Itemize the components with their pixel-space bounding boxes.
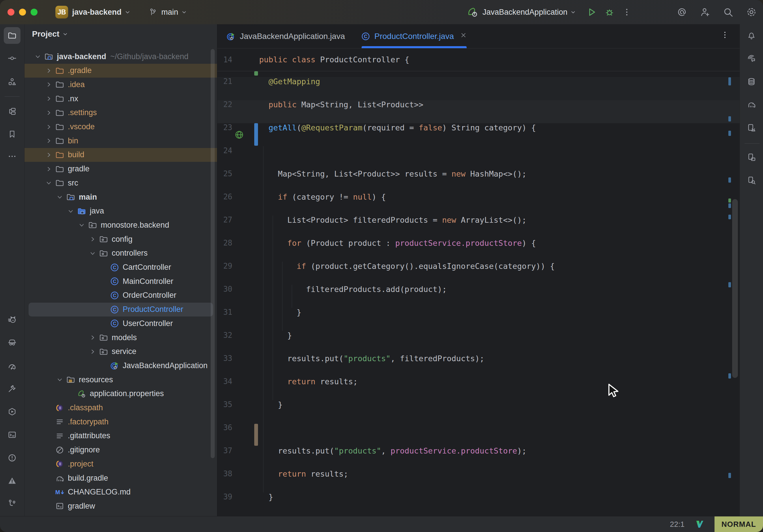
chevron-right-icon[interactable] [44,164,54,174]
error-stripe-mark[interactable] [728,282,731,287]
minimize-window-button[interactable] [19,9,26,16]
tree-item-usercontroller[interactable]: CUserController [25,316,217,330]
chevron-down-icon[interactable] [44,178,54,188]
tree-item--gitignore[interactable]: .gitignore [25,443,217,457]
code-line-25[interactable]: 25 Map<String, List<Product>> results = … [217,169,740,192]
ai-assistant-icon[interactable] [743,50,760,67]
chevron-right-icon[interactable] [44,65,54,76]
problems-icon[interactable] [4,450,21,466]
code-line-30[interactable]: 30 filteredProducts.add(product); [217,285,740,308]
chevron-right-icon[interactable] [44,93,54,104]
code-line-33[interactable]: 33 results.put("products", filteredProdu… [217,354,740,377]
code-line-35[interactable]: 35 } [217,400,740,423]
tree-item-application-properties[interactable]: application.properties [25,387,217,401]
run-configuration-widget[interactable]: JavaBackendApplication [467,6,631,18]
tree-item-build[interactable]: build [25,148,217,162]
tree-item-cartcontroller[interactable]: CCartController [25,261,217,274]
code-line-27[interactable]: 27 List<Product> filteredProducts = new … [217,216,740,239]
close-window-button[interactable] [8,9,14,16]
code-line-32[interactable]: 32 } [217,331,740,354]
code-line-38[interactable]: 38 return results; [217,470,740,492]
chevron-right-icon[interactable] [44,108,54,118]
tree-item-config[interactable]: config [25,232,217,246]
chevron-right-icon[interactable] [44,79,54,90]
running-devices-icon[interactable] [743,149,760,165]
code-line-34[interactable]: 34 return results; [217,377,740,400]
tree-item-resources[interactable]: resources [25,373,217,386]
code-line-29[interactable]: 29 if (product.getCategory().equalsIgnor… [217,262,740,285]
tree-item--settings[interactable]: .settings [25,106,217,120]
debug-button[interactable] [604,7,615,17]
run-button[interactable] [587,7,597,17]
editor-scrollbar[interactable] [732,199,738,378]
tree-item--nx[interactable]: .nx [25,92,217,106]
search-everywhere-icon[interactable] [722,7,733,18]
tree-item-service[interactable]: service [25,345,217,359]
tree-item-maincontroller[interactable]: CMainController [25,274,217,288]
more-actions-icon[interactable] [622,8,631,17]
tree-item-changelog-md[interactable]: MCHANGELOG.md [25,485,217,499]
tree-item-src[interactable]: src [25,176,217,190]
chevron-right-icon[interactable] [87,234,98,244]
tree-item-productcontroller[interactable]: CProductController [25,303,217,316]
error-stripe-mark[interactable] [728,77,731,85]
error-stripe-mark[interactable] [728,116,731,122]
ideavim-icon[interactable] [695,519,705,529]
chevron-down-icon[interactable] [65,206,76,216]
gutter-change-marker[interactable] [254,123,258,146]
tree-item--gradle[interactable]: .gradle [25,64,217,78]
hierarchy-icon[interactable] [4,103,21,120]
structure-icon[interactable] [4,73,21,90]
chevron-right-icon[interactable] [87,332,98,343]
tree-item-bin[interactable]: bin [25,134,217,148]
tree-item-main[interactable]: main [25,190,217,204]
code-line-37[interactable]: 37 results.put("products", productServic… [217,446,740,470]
chevron-down-icon[interactable] [87,248,98,259]
terminal-icon[interactable] [4,426,21,443]
gradle-icon[interactable] [743,96,760,113]
incognito-icon[interactable] [4,334,21,351]
code-line-26[interactable]: 26 if (category != null) { [217,192,740,216]
project-tree-scrollbar[interactable] [211,49,215,458]
tree-item--project[interactable]: .project [25,457,217,471]
chevron-right-icon[interactable] [44,150,54,160]
code-with-me-icon[interactable] [700,7,710,18]
error-stripe-mark[interactable] [728,373,731,378]
project-widget[interactable]: java-backend [68,8,131,17]
vcs-branch-widget[interactable]: main [148,8,187,17]
tree-item--classpath[interactable]: .classpath [25,401,217,415]
chevron-down-icon[interactable] [54,374,65,385]
tree-item--idea[interactable]: .idea [25,78,217,91]
sticky-class-declaration[interactable]: 14public class ProductController { [217,49,740,71]
code-line-24[interactable]: 24 [217,146,740,169]
bookmarks-icon[interactable] [4,126,21,143]
build-hammer-icon[interactable] [4,380,21,397]
error-stripe-mark[interactable] [728,177,731,183]
error-stripe-mark[interactable] [728,131,731,136]
vim-mode-badge[interactable]: NORMAL [714,516,763,532]
maximize-window-button[interactable] [31,9,38,16]
gutter-change-marker[interactable] [254,424,258,446]
chevron-right-icon[interactable] [44,136,54,146]
editor-options-kebab-icon[interactable] [720,31,729,41]
notifications-bell-icon[interactable] [743,27,760,44]
code-line-39[interactable]: 39 } [217,492,740,516]
error-stripe-mark[interactable] [728,473,731,478]
services-icon[interactable] [4,403,21,420]
device-manager-icon[interactable] [743,119,760,136]
ai-cat-icon[interactable] [4,311,21,328]
tree-item-build-gradle[interactable]: build.gradle [25,471,217,485]
database-icon[interactable] [743,73,760,90]
device-explorer-icon[interactable] [743,172,760,189]
settings-gear-icon[interactable] [746,6,757,18]
chevron-right-icon[interactable] [44,122,54,132]
error-stripe-mark[interactable] [728,198,731,202]
error-stripe-mark[interactable] [728,203,731,208]
code-line-31[interactable]: 31 } [217,308,740,331]
code-line-23[interactable]: 23 getAll(@RequestParam(required = false… [217,123,740,146]
chevron-down-icon[interactable] [76,220,87,230]
chevron-down-icon[interactable] [54,192,65,202]
profiler-icon[interactable] [4,358,21,375]
gutter-change-marker[interactable] [254,71,258,75]
tree-item-java-backend[interactable]: java-backend~/Github/java-backend [25,50,217,63]
